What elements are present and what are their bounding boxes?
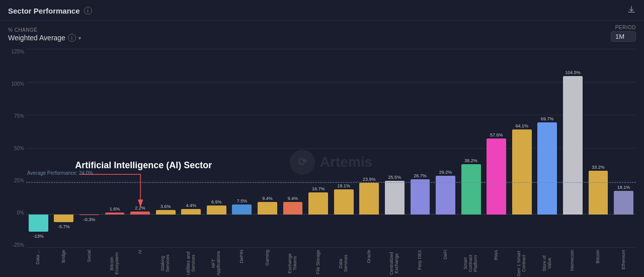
x-label: Data Services [332, 248, 356, 277]
chart-area: 125%100%75%50%25%0%-25% ⟳ Artemis Averag… [0, 45, 644, 277]
bar-group: 25.5% [382, 49, 407, 248]
bar [614, 191, 633, 215]
x-label-text: Centralized Exchange [389, 250, 399, 277]
x-label-text: Data Services [339, 250, 349, 277]
bar-value-label: 9.4% [262, 196, 273, 201]
x-labels: Data ...BridgeSocialBitcoin EcosystemAIS… [26, 248, 636, 277]
x-label: DeFi [433, 248, 458, 277]
bar-group: 26.7% [408, 49, 433, 248]
bar-value-label: -13% [33, 234, 44, 239]
bar-group: 33.2% [586, 49, 611, 248]
x-label: Oracle [357, 248, 382, 277]
x-label-text: Bridge [61, 250, 66, 263]
download-icon[interactable] [627, 5, 636, 16]
x-label-text: AI [138, 250, 143, 254]
bar [79, 215, 99, 215]
control-right: PERIOD 1W 1M 3M 6M 1Y All [611, 25, 636, 42]
bar-group: 2.2% [128, 49, 152, 248]
bar-value-label: 57.6% [490, 132, 503, 137]
x-label-text: Store of Value [542, 250, 552, 277]
bar-group: 18.1% [611, 49, 636, 248]
bar-value-label: 16.7% [312, 186, 325, 191]
bar [54, 215, 73, 222]
x-label-text: Gaming [265, 250, 270, 266]
x-label: Smart Contract Platform [459, 248, 484, 277]
bar [232, 204, 252, 215]
bar-group: 7.5% [230, 49, 255, 248]
x-label-text: DePIN [239, 250, 245, 263]
bar-group: 64.1% [510, 49, 534, 248]
x-label: Memecoin [560, 248, 585, 277]
x-label-text: Utilities and Services [186, 250, 196, 277]
y-axis-label: 75% [14, 113, 24, 119]
weighted-avg-info-icon[interactable]: i [68, 34, 76, 42]
bar-value-label: 2.2% [135, 205, 145, 211]
x-label-text: Perp DEX [418, 250, 423, 270]
control-left: % CHANGE Weighted Average i ▾ [8, 27, 81, 42]
bar-group: 9.4% [281, 49, 305, 248]
x-label-text: Bitcoin Ecosystem [110, 250, 120, 277]
bar [461, 164, 481, 215]
x-label: Perp DEX [408, 248, 433, 277]
bar-value-label: 23.9% [363, 177, 376, 182]
chart-inner: ⟳ Artemis Average Performance: 24.0%-13%… [26, 47, 636, 277]
x-label-text: Data ... [36, 250, 41, 264]
bar [487, 138, 506, 215]
header-left: Sector Performance i [8, 7, 92, 15]
bar [589, 171, 608, 215]
main-container: Sector Performance i % CHANGE Weighted A… [0, 0, 644, 277]
bar-value-label: -5.7% [58, 224, 70, 229]
x-label: Bridge [52, 248, 76, 277]
x-label: Utilities and Services [179, 248, 203, 277]
controls-bar: % CHANGE Weighted Average i ▾ PERIOD 1W … [0, 21, 644, 45]
y-axis-label: 100% [11, 81, 24, 87]
bar-group: 19.1% [332, 49, 356, 248]
x-label: AI [128, 248, 152, 277]
x-label-text: Oracle [367, 250, 372, 263]
x-label: Gaming [255, 248, 280, 277]
bar-group: 6.9% [204, 49, 229, 248]
bar-group: 1.6% [103, 49, 127, 248]
x-label: File Storage [306, 248, 331, 277]
x-label-text: RWA [494, 250, 499, 260]
x-label-text: DeFi [443, 250, 448, 259]
x-label: Bitcoin [586, 248, 611, 277]
header: Sector Performance i [0, 0, 644, 21]
x-label: NFT Applications [204, 248, 229, 277]
bar-value-label: 38.2% [464, 158, 477, 163]
bar [334, 189, 354, 215]
x-label: Ethereum [611, 248, 636, 277]
y-axis: 125%100%75%50%25%0%-25% [8, 47, 26, 277]
bar-group: 4.4% [179, 49, 203, 248]
bar [130, 212, 150, 215]
bar [537, 122, 557, 215]
x-label-text: Gen 1 Smart Contract [517, 250, 527, 277]
bar [563, 76, 583, 215]
bar-value-label: 4.4% [186, 203, 196, 208]
x-label-text: Staking Services [160, 250, 171, 277]
x-label: Store of Value [535, 248, 560, 277]
bar-value-label: 33.2% [592, 165, 605, 170]
period-select[interactable]: 1W 1M 3M 6M 1Y All [611, 31, 636, 42]
bar-value-label: 29.2% [439, 170, 452, 175]
bar-value-label: 69.7% [541, 116, 554, 121]
x-label: Centralized Exchange [382, 248, 407, 277]
bar [105, 213, 125, 215]
bar-value-label: 18.1% [617, 185, 630, 190]
x-label-text: Exchange Tokens [288, 250, 298, 277]
x-label-text: File Storage [316, 250, 321, 274]
bar [359, 183, 379, 215]
bar-value-label: 6.9% [211, 199, 222, 204]
bar [258, 202, 277, 215]
bar-value-label: 7.5% [237, 198, 248, 203]
bar-value-label: 104.5% [565, 70, 581, 75]
x-label-text: Smart Contract Platform [463, 250, 478, 277]
bar [207, 205, 226, 215]
bar-group: 29.2% [433, 49, 458, 248]
y-axis-label: 0% [17, 210, 24, 216]
header-info-icon[interactable]: i [84, 7, 92, 15]
x-label: Exchange Tokens [281, 248, 305, 277]
bar-group: 16.7% [306, 49, 331, 248]
y-axis-label: 25% [14, 178, 24, 183]
weighted-avg-button[interactable]: Weighted Average i ▾ [8, 34, 81, 42]
